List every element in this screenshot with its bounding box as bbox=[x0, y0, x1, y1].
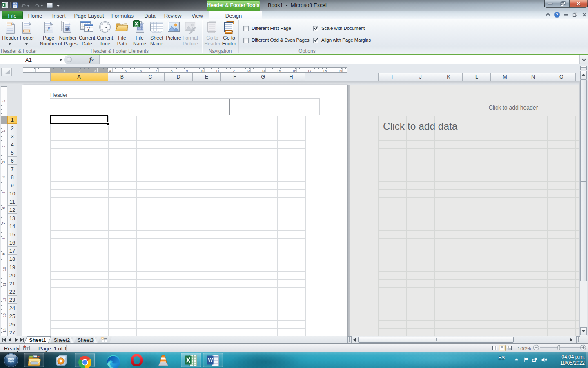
svg-text:#: # bbox=[65, 27, 67, 32]
svg-text:?: ? bbox=[556, 12, 558, 17]
svg-text:#: # bbox=[47, 27, 50, 32]
svg-text:7: 7 bbox=[87, 25, 90, 32]
